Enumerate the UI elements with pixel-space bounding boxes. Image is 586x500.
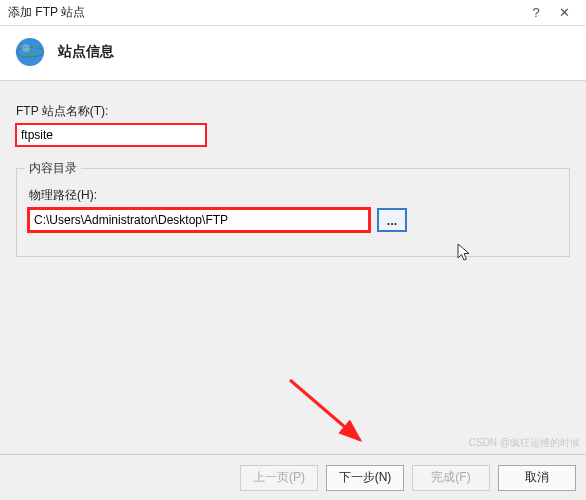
close-button[interactable]: ✕ <box>550 5 578 20</box>
site-name-label: FTP 站点名称(T): <box>16 103 570 120</box>
path-label: 物理路径(H): <box>29 187 557 204</box>
svg-line-3 <box>290 380 360 440</box>
wizard-header: 站点信息 <box>0 26 586 81</box>
next-button[interactable]: 下一步(N) <box>326 465 404 491</box>
site-name-input[interactable] <box>16 124 206 146</box>
annotation-arrow-icon <box>280 370 400 460</box>
page-heading: 站点信息 <box>58 43 114 61</box>
watermark: CSDN @疯狂运维的时候 <box>469 436 580 450</box>
svg-point-2 <box>22 44 30 52</box>
content-dir-group: 内容目录 物理路径(H): ... <box>16 168 570 257</box>
window-title: 添加 FTP 站点 <box>8 4 522 21</box>
physical-path-input[interactable] <box>29 209 369 231</box>
prev-button: 上一页(P) <box>240 465 318 491</box>
content-dir-legend: 内容目录 <box>25 160 81 177</box>
finish-button: 完成(F) <box>412 465 490 491</box>
titlebar: 添加 FTP 站点 ? ✕ <box>0 0 586 26</box>
cancel-button[interactable]: 取消 <box>498 465 576 491</box>
help-button[interactable]: ? <box>522 5 550 20</box>
wizard-body: FTP 站点名称(T): 内容目录 物理路径(H): ... <box>0 81 586 257</box>
globe-icon <box>14 36 46 68</box>
browse-button[interactable]: ... <box>377 208 407 232</box>
wizard-footer: 上一页(P) 下一步(N) 完成(F) 取消 <box>0 454 586 500</box>
